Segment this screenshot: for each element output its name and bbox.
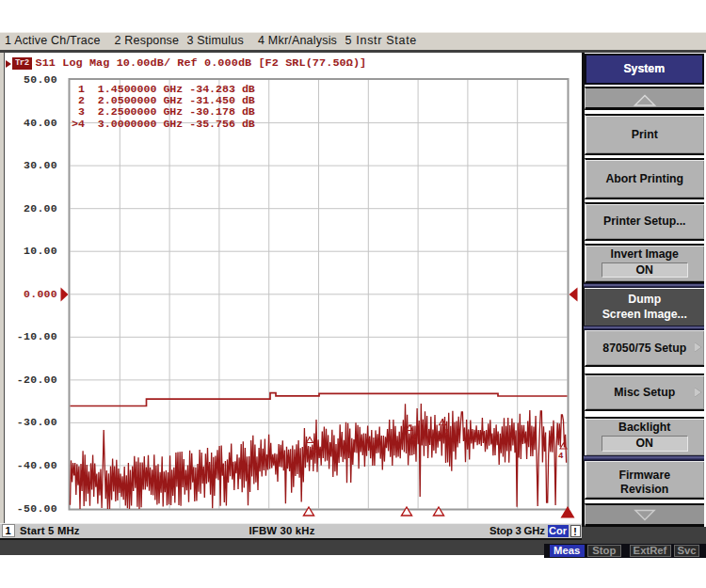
- svg-text:4: 4: [558, 452, 564, 461]
- svg-text:1: 1: [312, 446, 317, 455]
- svg-text:3: 3: [444, 428, 449, 437]
- svg-text:2: 2: [411, 434, 416, 443]
